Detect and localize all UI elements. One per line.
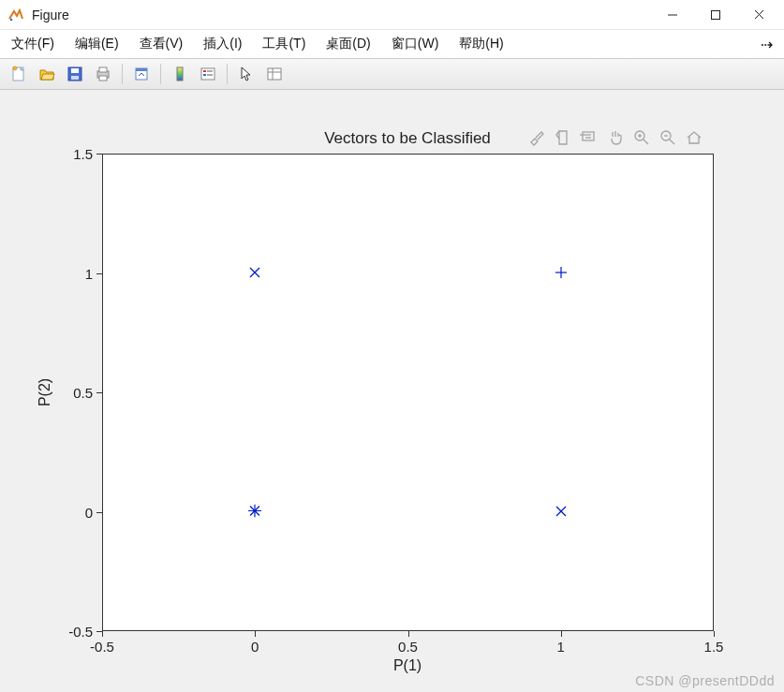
close-button[interactable]	[737, 0, 780, 30]
svg-rect-19	[203, 74, 206, 76]
new-figure-button[interactable]	[6, 62, 32, 86]
open-button[interactable]	[34, 62, 60, 86]
svg-rect-25	[583, 132, 594, 140]
x-tick-label: 0.5	[398, 639, 418, 655]
property-inspector-button[interactable]	[261, 62, 288, 86]
titlebar: Figure	[0, 0, 784, 30]
menu-insert[interactable]: 插入(I)	[200, 34, 245, 54]
home-icon[interactable]	[684, 127, 704, 148]
zoom-in-icon[interactable]	[631, 127, 652, 148]
edit-plot-button[interactable]	[233, 62, 259, 86]
datatips-icon[interactable]	[579, 127, 599, 148]
app-icon	[7, 7, 24, 23]
y-tick	[96, 392, 102, 393]
y-tick-label: 1	[55, 265, 93, 281]
y-tick-label: 1.5	[55, 146, 93, 162]
toolbar-chevron-icon[interactable]: ⇢	[761, 36, 773, 53]
maximize-button[interactable]	[694, 0, 737, 30]
x-tick	[408, 631, 409, 637]
legend-button[interactable]	[195, 62, 221, 86]
y-tick-label: 0	[55, 504, 93, 520]
data-point-plus	[555, 266, 567, 281]
y-tick	[96, 273, 102, 274]
chart-title: Vectors to be Classified	[324, 129, 491, 148]
svg-rect-2	[712, 10, 720, 19]
data-point-x	[555, 505, 567, 520]
minimize-button[interactable]	[651, 0, 694, 30]
x-tick	[255, 631, 256, 637]
menu-help[interactable]: 帮助(H)	[455, 34, 507, 54]
svg-rect-15	[136, 68, 147, 71]
x-tick-label: -0.5	[90, 639, 114, 655]
svg-rect-22	[268, 68, 281, 80]
window-title: Figure	[32, 7, 69, 22]
svg-rect-9	[71, 68, 79, 73]
rotate-icon[interactable]	[553, 127, 573, 148]
menu-window[interactable]: 窗口(W)	[388, 34, 443, 54]
data-point-x	[249, 266, 260, 281]
link-button[interactable]	[128, 62, 155, 86]
x-tick-label: 1	[557, 639, 565, 655]
watermark: CSDN @presentDDdd	[635, 673, 775, 688]
y-tick	[96, 154, 102, 155]
svg-line-29	[643, 140, 648, 144]
x-tick	[561, 631, 562, 637]
menu-desktop[interactable]: 桌面(D)	[322, 34, 374, 54]
figure-area: Vectors to be Classified P(2) P(1) CSDN …	[0, 90, 784, 692]
y-tick	[96, 512, 102, 513]
svg-line-33	[670, 140, 674, 144]
svg-rect-12	[99, 67, 107, 72]
y-tick	[96, 631, 102, 632]
brush-icon[interactable]	[526, 127, 547, 148]
print-button[interactable]	[90, 62, 116, 86]
y-tick-label: -0.5	[55, 624, 93, 640]
y-axis-label: P(2)	[37, 378, 53, 406]
menu-edit[interactable]: 编辑(E)	[71, 34, 123, 54]
data-point-star	[248, 504, 261, 520]
svg-rect-18	[203, 70, 206, 72]
menu-view[interactable]: 查看(V)	[136, 34, 187, 54]
zoom-out-icon[interactable]	[658, 127, 678, 148]
axes-toolbar	[526, 127, 704, 148]
save-button[interactable]	[62, 62, 88, 86]
svg-point-0	[10, 18, 13, 21]
menu-tools[interactable]: 工具(T)	[259, 34, 309, 54]
svg-rect-16	[177, 67, 183, 81]
x-tick	[714, 631, 715, 637]
colorbar-button[interactable]	[167, 62, 193, 86]
y-tick-label: 0.5	[55, 385, 93, 401]
toolbar	[0, 58, 784, 90]
pan-icon[interactable]	[605, 127, 626, 148]
x-axis-label: P(1)	[393, 657, 422, 674]
menubar: 文件(F) 编辑(E) 查看(V) 插入(I) 工具(T) 桌面(D) 窗口(W…	[0, 30, 784, 58]
svg-rect-13	[99, 76, 107, 81]
plot-axes[interactable]	[102, 154, 714, 631]
svg-point-7	[13, 66, 17, 70]
svg-rect-10	[71, 76, 79, 80]
menu-file[interactable]: 文件(F)	[7, 34, 58, 54]
x-tick-label: 0	[251, 639, 259, 655]
x-tick	[102, 631, 103, 637]
x-tick-label: 1.5	[704, 639, 724, 655]
